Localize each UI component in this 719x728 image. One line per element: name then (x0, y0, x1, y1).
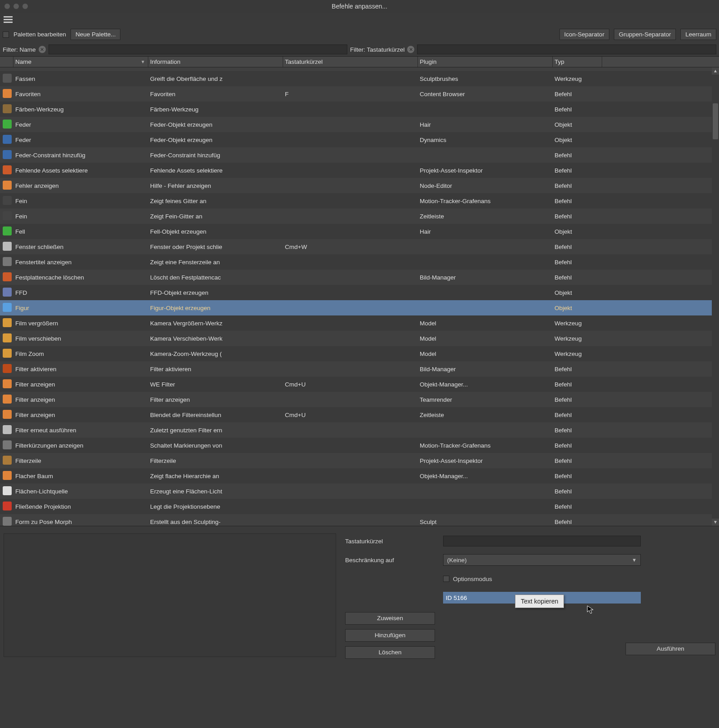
table-row[interactable]: FeinZeigt feines Gitter anMotion-Tracker… (0, 193, 719, 209)
table-row[interactable]: Film vergrößernKamera Vergrößern-WerkzMo… (0, 315, 719, 331)
command-icon (3, 486, 12, 495)
command-icon (3, 318, 12, 327)
cell-info: Blendet die Filtereinstellun (148, 412, 283, 418)
cell-shortcut: F (283, 91, 418, 98)
table-row[interactable] (0, 67, 719, 71)
filter-row: Filter: Name ✕ Filter: Tastaturkürzel ✕ (0, 43, 719, 56)
table-row[interactable]: FigurFigur-Objekt erzeugenObjekt (0, 300, 719, 315)
table-row[interactable]: FavoritenFavoritenFContent BrowserBefehl (0, 86, 719, 102)
filter-name-input[interactable] (49, 44, 348, 54)
cell-info: Fehlende Assets selektiere (148, 167, 283, 174)
table-row[interactable]: Filter aktivierenFilter aktivierenBild-M… (0, 361, 719, 377)
cell-typ: Befehl (553, 488, 602, 495)
filter-shortcut-input[interactable] (417, 44, 716, 54)
command-icon (3, 226, 12, 235)
menubar (0, 13, 719, 26)
table-row[interactable]: Filter erneut ausführenZuletzt genutzten… (0, 422, 719, 438)
table-row[interactable]: Färben-WerkzeugFärben-WerkzeugBefehl (0, 102, 719, 117)
cell-info: Kamera Verschieben-Werk (148, 335, 283, 342)
table-row[interactable]: Filter anzeigenWE FilterCmd+UObjekt-Mana… (0, 377, 719, 392)
table-row[interactable]: Filter anzeigenFilter anzeigenTeamrender… (0, 392, 719, 407)
maximize-dot[interactable] (22, 4, 28, 9)
command-icon (3, 517, 12, 526)
command-icon (3, 196, 12, 205)
table-row[interactable]: FeinZeigt Fein-Gitter anZeitleisteBefehl (0, 209, 719, 224)
scroll-up-icon[interactable]: ▲ (712, 67, 719, 75)
whitespace-button[interactable]: Leerraum (680, 29, 716, 40)
table-row[interactable]: Form zu Pose MorphErstellt aus den Sculp… (0, 514, 719, 526)
col-name[interactable]: Name▼ (13, 57, 148, 67)
table-row[interactable]: Film ZoomKamera-Zoom-Werkzeug (ModelWerk… (0, 346, 719, 361)
sort-indicator-icon: ▼ (141, 59, 145, 64)
edit-palettes-checkbox[interactable] (3, 31, 9, 38)
col-typ[interactable]: Typ (553, 57, 602, 67)
table-row[interactable]: FilterzeileFilterzeileProjekt-Asset-Insp… (0, 453, 719, 468)
scrollbar[interactable]: ▲ ▼ (712, 67, 719, 526)
cell-info: Erstellt aus den Sculpting- (148, 519, 283, 525)
cell-name: Film vergrößern (13, 320, 148, 327)
close-dot[interactable] (4, 4, 10, 9)
cell-plugin: Projekt-Asset-Inspektor (418, 457, 553, 464)
cell-shortcut: Cmd+W (283, 244, 418, 250)
cell-typ: Befehl (553, 213, 602, 220)
command-table: Name▼ Information Tastaturkürzel Plugin … (0, 56, 719, 526)
cell-plugin: Objekt-Manager... (418, 473, 553, 479)
delete-button[interactable]: Löschen (345, 646, 435, 659)
cell-typ: Befehl (553, 396, 602, 403)
cell-info: Zeigt eine Fensterzeile an (148, 259, 283, 266)
table-row[interactable]: Film verschiebenKamera Verschieben-WerkM… (0, 331, 719, 346)
cell-name: Flacher Baum (13, 473, 148, 479)
table-row[interactable]: Fließende ProjektionLegt die Projektions… (0, 499, 719, 514)
cell-typ: Befehl (553, 91, 602, 98)
cell-name: Form zu Pose Morph (13, 519, 148, 525)
execute-button[interactable]: Ausführen (626, 643, 715, 655)
shortcut-input[interactable] (443, 536, 641, 546)
cell-info: Filterzeile (148, 457, 283, 464)
options-mode-checkbox[interactable] (443, 576, 449, 582)
col-plugin[interactable]: Plugin (418, 57, 553, 67)
table-row[interactable]: Filterkürzungen anzeigenSchaltet Markier… (0, 438, 719, 453)
icon-separator-button[interactable]: Icon-Separator (559, 29, 609, 40)
command-icon (3, 135, 12, 144)
table-row[interactable]: Fehlende Assets selektiereFehlende Asset… (0, 163, 719, 178)
scroll-down-icon[interactable]: ▼ (712, 519, 719, 526)
cell-name: Fließende Projektion (13, 503, 148, 510)
table-row[interactable]: Fenstertitel anzeigenZeigt eine Fensterz… (0, 254, 719, 270)
scroll-thumb[interactable] (713, 103, 718, 139)
filter-shortcut-clear-icon[interactable]: ✕ (407, 46, 414, 53)
table-row[interactable]: Fenster schließenFenster oder Projekt sc… (0, 239, 719, 254)
table-row[interactable]: FellFell-Objekt erzeugenHairObjekt (0, 224, 719, 239)
cell-info: Legt die Projektionsebene (148, 503, 283, 510)
cell-plugin: Motion-Tracker-Grafenans (418, 442, 553, 449)
table-row[interactable]: FederFeder-Objekt erzeugenHairObjekt (0, 117, 719, 132)
filter-name-clear-icon[interactable]: ✕ (39, 46, 46, 53)
table-row[interactable]: FFDFFD-Objekt erzeugenObjekt (0, 285, 719, 300)
command-icon (3, 440, 12, 449)
cell-typ: Befehl (553, 198, 602, 204)
command-icon (3, 211, 12, 220)
table-row[interactable]: Flacher BaumZeigt flache Hierarchie anOb… (0, 468, 719, 484)
bottom-panel: Tastaturkürzel Beschränkung auf (Keine) … (0, 526, 719, 661)
table-row[interactable]: FederFeder-Objekt erzeugenDynamicsObjekt (0, 132, 719, 147)
table-row[interactable]: Festplattencache löschenLöscht den Festp… (0, 270, 719, 285)
cell-plugin: Hair (418, 228, 553, 235)
table-row[interactable]: FassenGreift die Oberfläche und zSculptb… (0, 71, 719, 86)
table-row[interactable]: Flächen-LichtquelleErzeugt eine Flächen-… (0, 484, 719, 499)
cell-typ: Befehl (553, 519, 602, 525)
group-separator-button[interactable]: Gruppen-Separator (614, 29, 676, 40)
cell-name: Fenster schließen (13, 244, 148, 250)
context-copy-text[interactable]: Text kopieren (521, 598, 558, 605)
col-shortcut[interactable]: Tastaturkürzel (283, 57, 418, 67)
restrict-select[interactable]: (Keine) ▼ (443, 554, 641, 566)
hamburger-icon[interactable] (4, 15, 13, 24)
col-info[interactable]: Information (148, 57, 283, 67)
new-palette-button[interactable]: Neue Palette... (71, 29, 120, 40)
table-row[interactable]: Fehler anzeigenHilfe - Fehler anzeigenNo… (0, 178, 719, 193)
assign-button[interactable]: Zuweisen (345, 612, 435, 625)
add-button[interactable]: Hinzufügen (345, 629, 435, 642)
cell-plugin: Teamrender (418, 396, 553, 403)
table-row[interactable]: Feder-Constraint hinzufügFeder-Constrain… (0, 147, 719, 163)
table-row[interactable]: Filter anzeigenBlendet die Filtereinstel… (0, 407, 719, 422)
cell-plugin: Objekt-Manager... (418, 381, 553, 388)
minimize-dot[interactable] (13, 4, 19, 9)
